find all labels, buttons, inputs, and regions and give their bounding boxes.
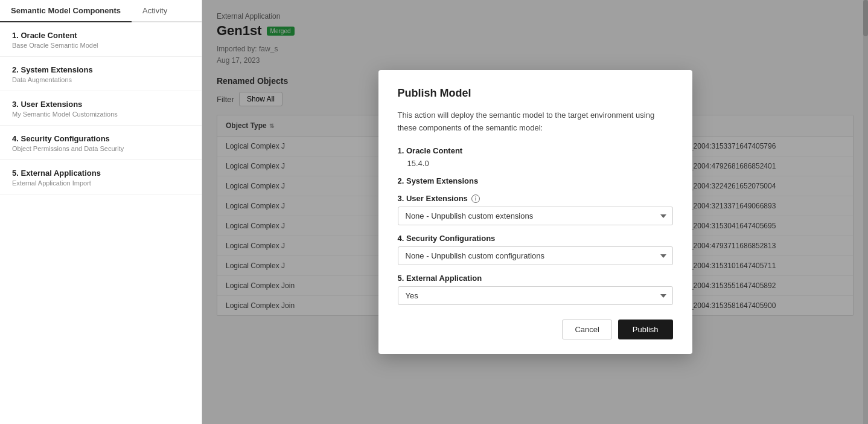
sidebar-item-subtitle: My Semantic Model Customizations <box>12 111 190 118</box>
sidebar-item-subtitle: Object Permissions and Data Security <box>12 145 190 152</box>
sidebar-item-title: 4. Security Configurations <box>12 134 190 143</box>
cancel-button[interactable]: Cancel <box>562 320 611 339</box>
user-extensions-info-icon[interactable]: i <box>471 194 480 203</box>
external-app-select[interactable]: Yes No <box>398 286 673 305</box>
sidebar-item-subtitle: Base Oracle Semantic Model <box>12 42 190 49</box>
sidebar-item-subtitle: External Application Import <box>12 179 190 187</box>
user-extensions-select[interactable]: None - Unpublish custom extensions Inclu… <box>398 207 673 225</box>
modal-overlay: Publish Model This action will deploy th… <box>202 0 868 424</box>
sidebar-item-title: 1. Oracle Content <box>12 31 190 40</box>
main-content: External Application Gen1st Merged Impor… <box>202 0 868 424</box>
sidebar-item-title: 2. System Extensions <box>12 65 190 74</box>
sidebar-item-system-extensions[interactable]: 2. System Extensions Data Augmentations <box>0 57 202 91</box>
modal-footer: Cancel Publish <box>398 320 673 339</box>
section-label-user: 3. User Extensions i <box>398 194 673 203</box>
tab-activity[interactable]: Activity <box>132 0 178 21</box>
sidebar-item-title: 3. User Extensions <box>12 100 190 109</box>
page: Semantic Model Components Activity 1. Or… <box>0 0 868 424</box>
publish-button[interactable]: Publish <box>618 320 673 339</box>
sidebar-item-external-applications[interactable]: 5. External Applications External Applic… <box>0 160 202 194</box>
sidebar-item-subtitle: Data Augmentations <box>12 76 190 83</box>
modal-description: This action will deploy the semantic mod… <box>398 109 673 135</box>
sidebar-item-title: 5. External Applications <box>12 169 190 178</box>
sidebar-item-security-configurations[interactable]: 4. Security Configurations Object Permis… <box>0 126 202 160</box>
section-label-security: 4. Security Configurations <box>398 234 673 243</box>
section-label-system: 2. System Extensions <box>398 176 673 185</box>
modal-section-system-extensions: 2. System Extensions <box>398 176 673 185</box>
security-configs-select[interactable]: None - Unpublish custom configurations I… <box>398 246 673 265</box>
sidebar-tabs: Semantic Model Components Activity <box>0 0 202 22</box>
section-label-oracle: 1. Oracle Content <box>398 146 673 155</box>
oracle-content-version: 15.4.0 <box>398 159 673 168</box>
sidebar-item-user-extensions[interactable]: 3. User Extensions My Semantic Model Cus… <box>0 91 202 126</box>
sidebar: Semantic Model Components Activity 1. Or… <box>0 0 202 424</box>
modal-section-external-app: 5. External Application Yes No <box>398 274 673 305</box>
section-label-external: 5. External Application <box>398 274 673 283</box>
modal-section-oracle-content: 1. Oracle Content 15.4.0 <box>398 146 673 168</box>
sidebar-item-oracle-content[interactable]: 1. Oracle Content Base Oracle Semantic M… <box>0 22 202 57</box>
tab-semantic-model-components[interactable]: Semantic Model Components <box>0 0 132 21</box>
modal-section-user-extensions: 3. User Extensions i None - Unpublish cu… <box>398 194 673 225</box>
publish-model-dialog: Publish Model This action will deploy th… <box>378 70 692 355</box>
modal-section-security-configs: 4. Security Configurations None - Unpubl… <box>398 234 673 265</box>
modal-title: Publish Model <box>398 87 673 100</box>
